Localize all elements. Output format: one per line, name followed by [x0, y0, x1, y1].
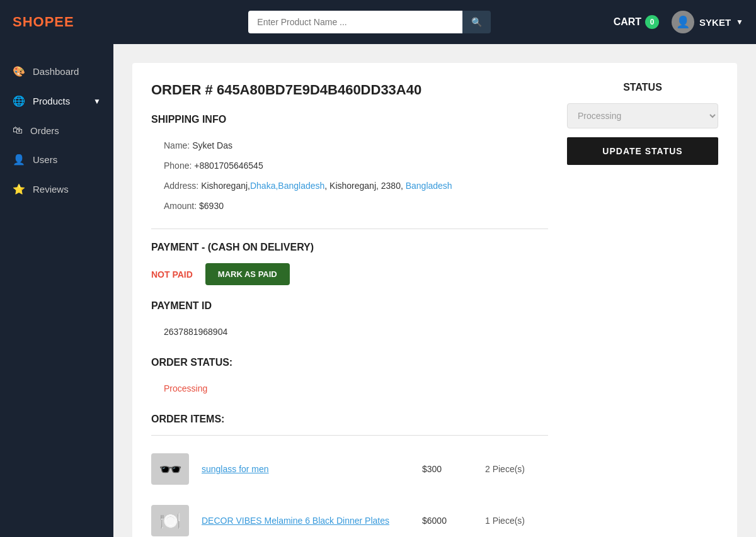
- order-status-value: Processing: [151, 378, 548, 399]
- sidebar-item-reviews[interactable]: ⭐ Reviews: [0, 174, 113, 204]
- items-divider-top: [151, 435, 548, 436]
- users-icon: 👤: [13, 154, 25, 166]
- sidebar-item-label: Orders: [30, 125, 59, 136]
- status-select[interactable]: Processing Shipped Delivered Cancelled: [567, 103, 718, 128]
- cart-label: CART: [614, 16, 641, 28]
- item-qty: 2 Piece(s): [485, 464, 548, 474]
- header-right: CART 0 👤 SYKET ▼: [614, 11, 743, 33]
- shipping-address: Address: Kishoreganj,Dhaka,Bangladesh, K…: [151, 176, 548, 196]
- username: SYKET: [699, 17, 731, 28]
- logo: SHOPEE: [13, 14, 126, 30]
- avatar: 👤: [672, 11, 694, 33]
- sidebar-item-label: Reviews: [33, 184, 69, 195]
- order-item: 🍽️ DECOR VIBES Melamine 6 Black Dinner P…: [151, 495, 548, 537]
- payment-id-value: 2637881968904: [151, 322, 548, 342]
- order-status-title: ORDER STATUS:: [151, 357, 548, 368]
- chevron-down-icon: ▼: [736, 18, 743, 26]
- reviews-icon: ⭐: [13, 183, 25, 195]
- order-items-title: ORDER ITEMS:: [151, 414, 548, 425]
- status-panel: STATUS Processing Shipped Delivered Canc…: [567, 82, 718, 537]
- main-content: ORDER # 645A80BD7E9D4B460DD33A40 SHIPPIN…: [113, 44, 756, 537]
- item-price: $300: [422, 464, 472, 474]
- order-status-section: ORDER STATUS: Processing: [151, 357, 548, 399]
- payment-title: PAYMENT - (CASH ON DELIVERY): [151, 242, 548, 253]
- item-name-link[interactable]: sunglass for men: [202, 464, 410, 474]
- order-items-section: ORDER ITEMS: 🕶️ sunglass for men $300 2 …: [151, 414, 548, 537]
- cart-button[interactable]: CART 0: [614, 15, 659, 29]
- mark-as-paid-button[interactable]: MARK AS PAID: [205, 263, 290, 285]
- dashboard-icon: 🎨: [13, 65, 25, 77]
- plate-icon: 🍽️: [159, 511, 181, 531]
- payment-row: NOT PAID MARK AS PAID: [151, 263, 548, 285]
- payment-section: PAYMENT - (CASH ON DELIVERY) NOT PAID MA…: [151, 242, 548, 285]
- user-area[interactable]: 👤 SYKET ▼: [672, 11, 743, 33]
- search-input[interactable]: [248, 11, 462, 33]
- status-panel-title: STATUS: [567, 82, 718, 93]
- sidebar-item-label: Users: [33, 154, 57, 165]
- item-image: 🍽️: [151, 505, 189, 536]
- chevron-down-icon: ▼: [93, 97, 101, 106]
- content-wrapper: ORDER # 645A80BD7E9D4B460DD33A40 SHIPPIN…: [132, 63, 737, 537]
- search-bar: 🔍: [126, 11, 614, 33]
- search-button[interactable]: 🔍: [462, 11, 491, 33]
- item-qty: 1 Piece(s): [485, 516, 548, 526]
- header: SHOPEE 🔍 CART 0 👤 SYKET ▼: [0, 0, 756, 44]
- sidebar-item-dashboard[interactable]: 🎨 Dashboard: [0, 57, 113, 86]
- shipping-phone: Phone: +8801705646545: [151, 155, 548, 176]
- payment-status: NOT PAID: [151, 269, 193, 280]
- sidebar-item-products[interactable]: 🌐 Products ▼: [0, 86, 113, 116]
- sidebar-item-orders[interactable]: 🛍 Orders: [0, 116, 113, 145]
- shipping-title: SHIPPING INFO: [151, 114, 548, 125]
- shipping-name: Name: Syket Das: [151, 135, 548, 155]
- divider: [151, 229, 548, 229]
- products-icon: 🌐: [13, 95, 25, 107]
- payment-id-title: PAYMENT ID: [151, 300, 548, 312]
- orders-icon: 🛍: [13, 125, 23, 136]
- sunglass-icon: 🕶️: [159, 458, 182, 480]
- order-title: ORDER # 645A80BD7E9D4B460DD33A40: [151, 82, 548, 98]
- item-price: $6000: [422, 516, 472, 526]
- sidebar-item-users[interactable]: 👤 Users: [0, 145, 113, 174]
- sidebar: 🎨 Dashboard 🌐 Products ▼ 🛍 Orders 👤 User…: [0, 44, 113, 537]
- shipping-section: SHIPPING INFO Name: Syket Das Phone: +88…: [151, 114, 548, 216]
- item-name-link[interactable]: DECOR VIBES Melamine 6 Black Dinner Plat…: [202, 516, 410, 526]
- sidebar-item-label: Dashboard: [33, 66, 79, 77]
- cart-badge: 0: [645, 15, 659, 29]
- shipping-amount: Amount: $6930: [151, 196, 548, 216]
- order-item: 🕶️ sunglass for men $300 2 Piece(s): [151, 443, 548, 495]
- update-status-button[interactable]: UPDATE STATUS: [567, 137, 718, 165]
- sidebar-item-label: Products: [33, 96, 70, 106]
- order-details: ORDER # 645A80BD7E9D4B460DD33A40 SHIPPIN…: [151, 82, 548, 537]
- payment-id-section: PAYMENT ID 2637881968904: [151, 300, 548, 342]
- item-image: 🕶️: [151, 453, 189, 485]
